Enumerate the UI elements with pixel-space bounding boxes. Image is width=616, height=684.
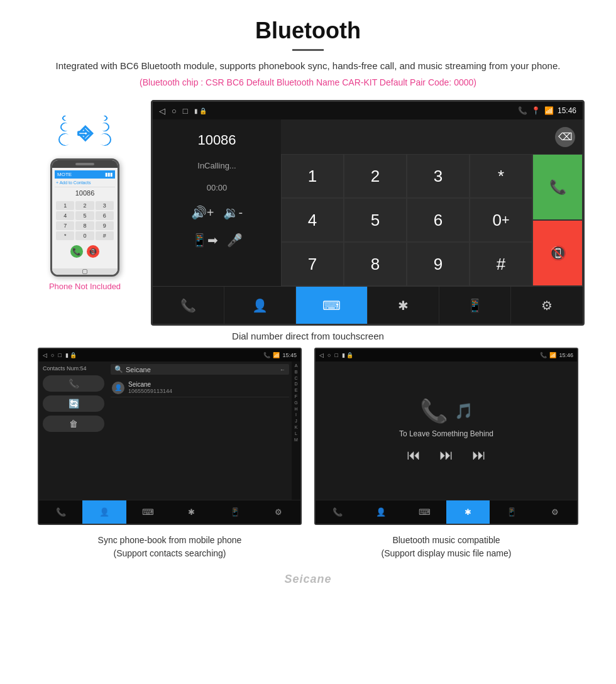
alpha-g[interactable]: G [294, 400, 297, 406]
call-status: InCalling... [197, 161, 236, 170]
toolbar-dialpad-btn[interactable]: ⌨ [296, 287, 368, 324]
contacts-left-panel: Contacts Num:54 📞 🔄 🗑 [39, 361, 108, 500]
key-1[interactable]: 1 [281, 154, 344, 198]
music-nav-back[interactable]: ◁ [319, 352, 324, 358]
home-btn[interactable] [82, 269, 87, 274]
alpha-d[interactable]: D [294, 381, 297, 387]
page-header: Bluetooth Integrated with BC6 Bluetooth … [0, 0, 616, 94]
key-star[interactable]: * [470, 154, 532, 198]
music-phone-icon: 📞 [540, 352, 547, 358]
phone-key-5[interactable]: 5 [75, 211, 94, 220]
alpha-b[interactable]: B [295, 369, 298, 375]
music-nav-home[interactable]: ○ [327, 352, 331, 358]
prev-track-btn[interactable]: ⏮ [407, 447, 421, 463]
search-bar: 🔍 Seicane ← [111, 364, 289, 375]
nav-home-btn[interactable]: ○ [172, 106, 177, 116]
contact-call-btn[interactable]: 📞 [43, 375, 104, 392]
phone-key-8[interactable]: 8 [75, 221, 94, 230]
next-track-btn[interactable]: ⏭ [472, 447, 486, 463]
key-4[interactable]: 4 [281, 198, 344, 242]
key-0plus[interactable]: 0+ [470, 198, 532, 242]
contact-item[interactable]: 👤 Seicane 10655059113144 [111, 378, 289, 397]
mini-dialpad-btn[interactable]: ⌨ [126, 500, 170, 524]
mini-settings-btn[interactable]: ⚙ [257, 500, 300, 524]
phone-key-3[interactable]: 3 [96, 201, 114, 210]
music-phone-icon-large: 📞 [420, 398, 448, 424]
alpha-c[interactable]: C [294, 375, 297, 382]
phone-end-button[interactable]: 📵 [87, 245, 99, 258]
contact-delete-btn[interactable]: 🗑 [43, 416, 104, 432]
contacts-nav-back[interactable]: ◁ [43, 352, 47, 358]
phone-key-7[interactable]: 7 [56, 221, 74, 230]
alpha-l[interactable]: L [295, 431, 297, 437]
mini-contacts-btn[interactable]: 👤 [82, 500, 126, 524]
key-6[interactable]: 6 [407, 198, 470, 242]
nav-recent-btn[interactable]: □ [183, 106, 188, 116]
phone-key-1[interactable]: 1 [56, 201, 74, 210]
alpha-i[interactable]: I [295, 412, 297, 418]
toolbar-settings-btn[interactable]: ⚙ [511, 287, 583, 324]
contacts-nav-recent[interactable]: □ [58, 352, 61, 358]
mute-btn[interactable]: 🎤 [227, 233, 243, 248]
toolbar-call-btn[interactable]: 📞 [153, 287, 224, 324]
backspace-icon: ⌫ [558, 131, 573, 143]
phone-side: ⎆ MOTE ▮▮▮ + Add to Cont [31, 100, 138, 291]
alpha-e[interactable]: E [295, 387, 298, 394]
transfer-btn[interactable]: 📱➡ [192, 233, 218, 248]
bottom-captions: Sync phone-book from mobile phone (Suppo… [0, 531, 616, 570]
vol-up-btn[interactable]: 🔊+ [191, 205, 214, 220]
music-bt-btn[interactable]: ✱ [446, 500, 490, 524]
phone-key-0[interactable]: 0 [75, 231, 94, 240]
contacts-caption-line2: (Support contacts searching) [38, 547, 302, 560]
alpha-h[interactable]: H [294, 406, 297, 412]
alpha-m[interactable]: M [294, 437, 298, 443]
contacts-wifi: 📶 [273, 352, 280, 358]
music-nav-recent[interactable]: □ [334, 352, 338, 358]
toolbar-transfer-btn[interactable]: 📱 [439, 287, 511, 324]
key-hash[interactable]: # [470, 242, 532, 286]
key-8[interactable]: 8 [344, 242, 407, 286]
toolbar-bt-btn[interactable]: ✱ [368, 287, 439, 324]
mini-call-btn[interactable]: 📞 [39, 500, 82, 524]
music-transfer-btn[interactable]: 📱 [490, 500, 533, 524]
alpha-j[interactable]: J [295, 418, 297, 424]
alpha-f[interactable]: F [295, 394, 297, 400]
backspace-button[interactable]: ⌫ [555, 127, 575, 147]
phone-signal: ▮▮▮ [105, 172, 113, 177]
phone-key-star[interactable]: * [56, 231, 74, 240]
end-button[interactable]: 📵 [532, 220, 583, 286]
alpha-a[interactable]: A [295, 363, 298, 369]
phone-key-6[interactable]: 6 [96, 211, 114, 220]
phone-key-2[interactable]: 2 [75, 201, 94, 210]
key-3[interactable]: 3 [407, 154, 470, 198]
nav-back-btn[interactable]: ◁ [159, 106, 165, 116]
music-settings-btn[interactable]: ⚙ [534, 500, 577, 524]
key-7[interactable]: 7 [281, 242, 344, 286]
contacts-nav-home[interactable]: ○ [51, 352, 54, 358]
contacts-phone-icon: 📞 [263, 352, 270, 358]
phone-key-4[interactable]: 4 [56, 211, 74, 220]
phone-call-button[interactable]: 📞 [70, 245, 83, 258]
mini-transfer-btn[interactable]: 📱 [213, 500, 256, 524]
music-screen-wrap: ◁ ○ □ ▮ 🔒 📞 📶 15:46 📞 🎵 To Leave Somethi [314, 348, 578, 525]
toolbar-call-icon: 📞 [180, 298, 196, 313]
play-pause-btn[interactable]: ⏭ [439, 447, 453, 463]
toolbar-contacts-btn[interactable]: 👤 [224, 287, 296, 324]
phone-key-hash[interactable]: # [96, 231, 114, 240]
music-dialpad-btn[interactable]: ⌨ [403, 500, 446, 524]
music-contacts-btn[interactable]: 👤 [359, 500, 402, 524]
contact-refresh-btn[interactable]: 🔄 [43, 395, 104, 412]
toolbar-contacts-icon: 👤 [252, 298, 268, 313]
phone-carrier: MOTE [57, 172, 72, 177]
music-call-btn[interactable]: 📞 [316, 500, 359, 524]
alpha-k[interactable]: K [295, 424, 298, 431]
key-5[interactable]: 5 [344, 198, 407, 242]
title-underline [292, 49, 324, 51]
key-9[interactable]: 9 [407, 242, 470, 286]
vol-down-btn[interactable]: 🔉- [223, 205, 243, 220]
mini-bt-btn[interactable]: ✱ [170, 500, 213, 524]
phone-key-9[interactable]: 9 [96, 221, 114, 230]
call-button[interactable]: 📞 [532, 154, 583, 220]
key-2[interactable]: 2 [344, 154, 407, 198]
contacts-screen-wrap: ◁ ○ □ ▮ 🔒 📞 📶 15:45 Contacts Num:54 📞 [38, 348, 302, 525]
